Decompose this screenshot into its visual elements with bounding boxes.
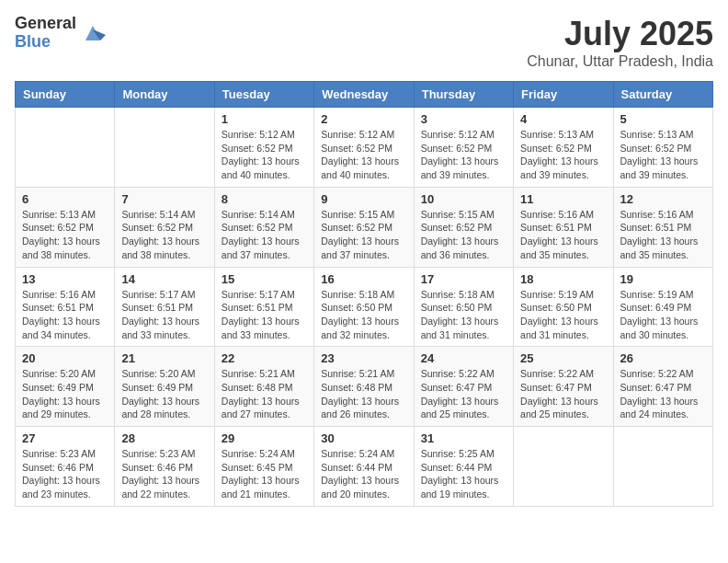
day-number: 15: [222, 272, 307, 286]
calendar-cell: [16, 108, 115, 188]
location-subtitle: Chunar, Uttar Pradesh, India: [527, 53, 713, 70]
calendar-body: 1Sunrise: 5:12 AM Sunset: 6:52 PM Daylig…: [16, 108, 713, 507]
calendar-week-row: 6Sunrise: 5:13 AM Sunset: 6:52 PM Daylig…: [16, 187, 713, 267]
logo-icon: [80, 20, 106, 46]
day-info: Sunrise: 5:19 AM Sunset: 6:50 PM Dayligh…: [520, 288, 606, 342]
day-info: Sunrise: 5:16 AM Sunset: 6:51 PM Dayligh…: [620, 208, 706, 262]
day-info: Sunrise: 5:22 AM Sunset: 6:47 PM Dayligh…: [620, 367, 706, 421]
day-info: Sunrise: 5:23 AM Sunset: 6:46 PM Dayligh…: [22, 447, 108, 501]
header-sunday: Sunday: [16, 82, 115, 108]
calendar-cell: 4Sunrise: 5:13 AM Sunset: 6:52 PM Daylig…: [514, 108, 613, 188]
calendar-cell: 16Sunrise: 5:18 AM Sunset: 6:50 PM Dayli…: [314, 267, 414, 347]
day-number: 14: [121, 272, 207, 286]
calendar-cell: 9Sunrise: 5:15 AM Sunset: 6:52 PM Daylig…: [314, 187, 414, 267]
day-info: Sunrise: 5:15 AM Sunset: 6:52 PM Dayligh…: [321, 208, 406, 262]
calendar-cell: 22Sunrise: 5:21 AM Sunset: 6:48 PM Dayli…: [214, 347, 313, 427]
day-number: 23: [321, 351, 406, 365]
calendar-week-row: 13Sunrise: 5:16 AM Sunset: 6:51 PM Dayli…: [16, 267, 713, 347]
day-number: 3: [421, 112, 506, 126]
day-info: Sunrise: 5:21 AM Sunset: 6:48 PM Dayligh…: [321, 367, 406, 421]
calendar-cell: 27Sunrise: 5:23 AM Sunset: 6:46 PM Dayli…: [16, 427, 115, 507]
calendar-cell: 10Sunrise: 5:15 AM Sunset: 6:52 PM Dayli…: [414, 187, 513, 267]
header-wednesday: Wednesday: [314, 82, 414, 108]
logo-text: General Blue: [15, 15, 76, 52]
day-info: Sunrise: 5:13 AM Sunset: 6:52 PM Dayligh…: [520, 128, 606, 182]
day-number: 21: [121, 351, 207, 365]
day-info: Sunrise: 5:19 AM Sunset: 6:49 PM Dayligh…: [620, 288, 706, 342]
header-friday: Friday: [514, 82, 613, 108]
calendar-cell: 23Sunrise: 5:21 AM Sunset: 6:48 PM Dayli…: [314, 347, 414, 427]
day-number: 31: [421, 431, 506, 445]
day-number: 1: [222, 112, 307, 126]
day-number: 26: [620, 351, 706, 365]
calendar-week-row: 20Sunrise: 5:20 AM Sunset: 6:49 PM Dayli…: [16, 347, 713, 427]
calendar-cell: [514, 427, 613, 507]
calendar-cell: 11Sunrise: 5:16 AM Sunset: 6:51 PM Dayli…: [514, 187, 613, 267]
day-info: Sunrise: 5:12 AM Sunset: 6:52 PM Dayligh…: [421, 128, 506, 182]
day-info: Sunrise: 5:22 AM Sunset: 6:47 PM Dayligh…: [520, 367, 606, 421]
calendar-cell: [115, 108, 214, 188]
day-info: Sunrise: 5:16 AM Sunset: 6:51 PM Dayligh…: [22, 288, 108, 342]
day-number: 29: [222, 431, 307, 445]
title-area: July 2025 Chunar, Uttar Pradesh, India: [527, 15, 713, 70]
calendar-table: Sunday Monday Tuesday Wednesday Thursday…: [15, 81, 713, 507]
day-info: Sunrise: 5:20 AM Sunset: 6:49 PM Dayligh…: [121, 367, 207, 421]
calendar-cell: 31Sunrise: 5:25 AM Sunset: 6:44 PM Dayli…: [414, 427, 513, 507]
day-number: 2: [321, 112, 406, 126]
calendar-week-row: 27Sunrise: 5:23 AM Sunset: 6:46 PM Dayli…: [16, 427, 713, 507]
calendar-cell: 8Sunrise: 5:14 AM Sunset: 6:52 PM Daylig…: [214, 187, 313, 267]
calendar-cell: 2Sunrise: 5:12 AM Sunset: 6:52 PM Daylig…: [314, 108, 414, 188]
day-number: 16: [321, 272, 406, 286]
day-info: Sunrise: 5:14 AM Sunset: 6:52 PM Dayligh…: [222, 208, 307, 262]
header-monday: Monday: [115, 82, 214, 108]
header-saturday: Saturday: [613, 82, 712, 108]
calendar-cell: 7Sunrise: 5:14 AM Sunset: 6:52 PM Daylig…: [115, 187, 214, 267]
day-number: 24: [421, 351, 506, 365]
day-number: 7: [121, 192, 207, 206]
logo-blue: Blue: [15, 33, 76, 52]
day-number: 25: [520, 351, 606, 365]
day-number: 8: [222, 192, 307, 206]
day-info: Sunrise: 5:25 AM Sunset: 6:44 PM Dayligh…: [421, 447, 506, 501]
calendar-cell: 15Sunrise: 5:17 AM Sunset: 6:51 PM Dayli…: [214, 267, 313, 347]
day-info: Sunrise: 5:23 AM Sunset: 6:46 PM Dayligh…: [121, 447, 207, 501]
day-info: Sunrise: 5:15 AM Sunset: 6:52 PM Dayligh…: [421, 208, 506, 262]
day-info: Sunrise: 5:18 AM Sunset: 6:50 PM Dayligh…: [321, 288, 406, 342]
day-number: 6: [22, 192, 108, 206]
calendar-cell: 17Sunrise: 5:18 AM Sunset: 6:50 PM Dayli…: [414, 267, 513, 347]
day-info: Sunrise: 5:17 AM Sunset: 6:51 PM Dayligh…: [222, 288, 307, 342]
day-number: 20: [22, 351, 108, 365]
day-number: 19: [620, 272, 706, 286]
day-number: 30: [321, 431, 406, 445]
page-header: General Blue July 2025 Chunar, Uttar Pra…: [15, 15, 713, 70]
day-number: 12: [620, 192, 706, 206]
calendar-cell: 14Sunrise: 5:17 AM Sunset: 6:51 PM Dayli…: [115, 267, 214, 347]
calendar-cell: 28Sunrise: 5:23 AM Sunset: 6:46 PM Dayli…: [115, 427, 214, 507]
calendar-cell: 20Sunrise: 5:20 AM Sunset: 6:49 PM Dayli…: [16, 347, 115, 427]
day-number: 9: [321, 192, 406, 206]
logo-general: General: [15, 15, 76, 33]
day-info: Sunrise: 5:17 AM Sunset: 6:51 PM Dayligh…: [121, 288, 207, 342]
header-tuesday: Tuesday: [214, 82, 313, 108]
day-info: Sunrise: 5:22 AM Sunset: 6:47 PM Dayligh…: [421, 367, 506, 421]
day-number: 5: [620, 112, 706, 126]
day-info: Sunrise: 5:16 AM Sunset: 6:51 PM Dayligh…: [520, 208, 606, 262]
day-info: Sunrise: 5:18 AM Sunset: 6:50 PM Dayligh…: [421, 288, 506, 342]
day-number: 17: [421, 272, 506, 286]
calendar-cell: 21Sunrise: 5:20 AM Sunset: 6:49 PM Dayli…: [115, 347, 214, 427]
day-info: Sunrise: 5:13 AM Sunset: 6:52 PM Dayligh…: [620, 128, 706, 182]
calendar-cell: 3Sunrise: 5:12 AM Sunset: 6:52 PM Daylig…: [414, 108, 513, 188]
day-info: Sunrise: 5:12 AM Sunset: 6:52 PM Dayligh…: [321, 128, 406, 182]
calendar-cell: 5Sunrise: 5:13 AM Sunset: 6:52 PM Daylig…: [613, 108, 712, 188]
weekday-header-row: Sunday Monday Tuesday Wednesday Thursday…: [16, 82, 713, 108]
day-number: 27: [22, 431, 108, 445]
calendar-cell: 13Sunrise: 5:16 AM Sunset: 6:51 PM Dayli…: [16, 267, 115, 347]
calendar-cell: 12Sunrise: 5:16 AM Sunset: 6:51 PM Dayli…: [613, 187, 712, 267]
calendar-cell: 25Sunrise: 5:22 AM Sunset: 6:47 PM Dayli…: [514, 347, 613, 427]
calendar-cell: 26Sunrise: 5:22 AM Sunset: 6:47 PM Dayli…: [613, 347, 712, 427]
calendar-cell: 18Sunrise: 5:19 AM Sunset: 6:50 PM Dayli…: [514, 267, 613, 347]
day-info: Sunrise: 5:24 AM Sunset: 6:45 PM Dayligh…: [222, 447, 307, 501]
day-number: 18: [520, 272, 606, 286]
calendar-cell: 6Sunrise: 5:13 AM Sunset: 6:52 PM Daylig…: [16, 187, 115, 267]
day-info: Sunrise: 5:14 AM Sunset: 6:52 PM Dayligh…: [121, 208, 207, 262]
